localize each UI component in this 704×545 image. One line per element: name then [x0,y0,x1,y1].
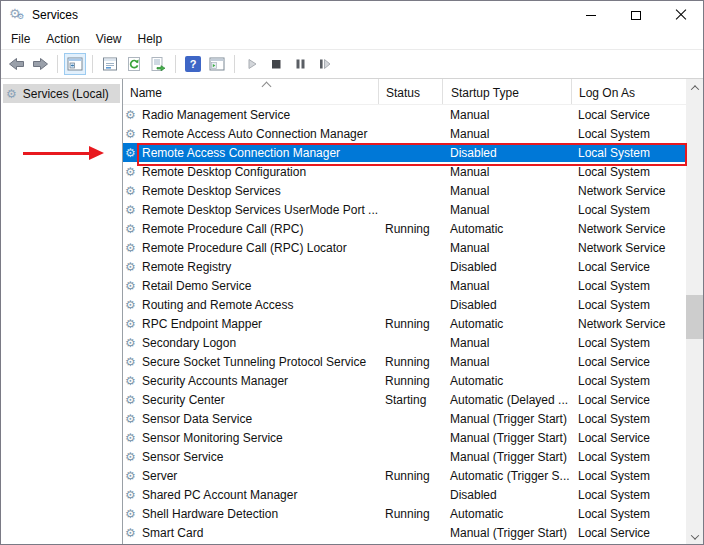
service-name: Secure Socket Tunneling Protocol Service [142,355,366,369]
menu-view[interactable]: View [88,30,130,48]
show-action-pane-button[interactable] [206,53,228,75]
service-gear-icon: ⚙ [125,166,138,178]
service-row[interactable]: ⚙ Remote Registry Disabled Local Service [123,257,686,276]
service-logon-as: Local System [571,203,686,217]
maximize-button[interactable] [613,1,658,29]
service-row[interactable]: ⚙ Server Running Automatic (Trigger S...… [123,466,686,485]
service-name: Remote Desktop Configuration [142,165,306,179]
column-header-startup-type[interactable]: Startup Type [442,79,571,104]
service-logon-as: Network Service [571,317,686,331]
service-logon-as: Local Service [571,355,686,369]
service-row[interactable]: ⚙ Security Accounts Manager Running Auto… [123,371,686,390]
service-row[interactable]: ⚙ Smart Card Manual (Trigger Start) Loca… [123,523,686,542]
refresh-icon [126,56,142,72]
service-status: Running [378,317,442,331]
service-row[interactable]: ⚙ Shared PC Account Manager Disabled Loc… [123,485,686,504]
title-bar: ⚙ ⚙ Services [1,1,703,29]
service-row[interactable]: ⚙ Sensor Data Service Manual (Trigger St… [123,409,686,428]
start-service-button[interactable] [241,53,263,75]
service-row[interactable]: ⚙ Remote Desktop Services Manual Network… [123,181,686,200]
service-row[interactable]: ⚙ Sensor Monitoring Service Manual (Trig… [123,428,686,447]
menu-help[interactable]: Help [130,30,171,48]
service-gear-icon: ⚙ [125,109,138,121]
service-name: Remote Procedure Call (RPC) Locator [142,241,347,255]
service-gear-icon: ⚙ [125,147,138,159]
service-startup-type: Manual [442,279,571,293]
service-startup-type: Manual [442,184,571,198]
stop-service-button[interactable] [265,53,287,75]
service-row[interactable]: ⚙ Remote Procedure Call (RPC) Locator Ma… [123,238,686,257]
service-startup-type: Disabled [442,298,571,312]
menu-file[interactable]: File [3,30,38,48]
service-status: Running [378,222,442,236]
refresh-button[interactable] [123,53,145,75]
service-row[interactable]: ⚙ Retail Demo Service Manual Local Syste… [123,276,686,295]
service-logon-as: Local System [571,336,686,350]
scrollbar-thumb[interactable] [686,295,703,339]
service-logon-as: Local System [571,146,686,160]
service-startup-type: Manual [442,165,571,179]
column-header-log-on-as[interactable]: Log On As [571,79,686,104]
service-row[interactable]: ⚙ Shell Hardware Detection Running Autom… [123,504,686,523]
service-row[interactable]: ⚙ Remote Desktop Configuration Manual Lo… [123,162,686,181]
service-logon-as: Local System [571,279,686,293]
properties-button[interactable] [99,53,121,75]
vertical-scrollbar[interactable] [686,79,703,545]
service-gear-icon: ⚙ [125,242,138,254]
sort-ascending-icon [262,82,272,92]
scroll-down-button[interactable] [686,528,703,545]
scroll-up-button[interactable] [686,79,703,96]
service-logon-as: Local Service [571,393,686,407]
service-row[interactable]: ⚙ Secondary Logon Manual Local System [123,333,686,352]
properties-icon [102,56,118,72]
show-console-tree-button[interactable] [64,53,86,75]
service-row[interactable]: ⚙ Radio Management Service Manual Local … [123,105,686,124]
service-gear-icon: ⚙ [125,356,138,368]
service-row[interactable]: ⚙ Sensor Service Manual (Trigger Start) … [123,447,686,466]
service-gear-icon: ⚙ [125,413,138,425]
show-console-tree-icon [67,56,83,72]
services-app-icon: ⚙ ⚙ [9,7,26,23]
service-logon-as: Local System [571,412,686,426]
service-row[interactable]: ⚙ Security Center Starting Automatic (De… [123,390,686,409]
export-list-button[interactable] [147,53,169,75]
service-status: Running [378,507,442,521]
service-startup-type: Manual (Trigger Start) [442,450,571,464]
forward-button[interactable] [29,53,51,75]
service-table-body: ⚙ Radio Management Service Manual Local … [123,105,703,542]
service-name: Shell Hardware Detection [142,507,278,521]
service-name: Sensor Monitoring Service [142,431,283,445]
service-gear-icon: ⚙ [125,451,138,463]
service-row[interactable]: ⚙ RPC Endpoint Mapper Running Automatic … [123,314,686,333]
service-name: Remote Registry [142,260,231,274]
pause-service-icon [292,56,308,72]
service-gear-icon: ⚙ [125,432,138,444]
service-row[interactable]: ⚙ Remote Procedure Call (RPC) Running Au… [123,219,686,238]
column-header-name[interactable]: Name [123,79,378,104]
service-row[interactable]: ⚙ Routing and Remote Access Disabled Loc… [123,295,686,314]
service-name: Sensor Data Service [142,412,252,426]
pause-service-button[interactable] [289,53,311,75]
service-gear-icon: ⚙ [125,375,138,387]
service-startup-type: Disabled [442,260,571,274]
column-header-status[interactable]: Status [378,79,442,104]
help-button[interactable]: ? [182,53,204,75]
restart-service-button[interactable] [313,53,335,75]
service-name: RPC Endpoint Mapper [142,317,262,331]
service-status: Running [378,355,442,369]
service-name: Routing and Remote Access [142,298,293,312]
service-startup-type: Automatic [442,317,571,331]
service-startup-type: Manual [442,241,571,255]
service-logon-as: Local Service [571,260,686,274]
service-row[interactable]: ⚙ Remote Desktop Services UserMode Port … [123,200,686,219]
service-row[interactable]: ⚙ Remote Access Auto Connection Manager … [123,124,686,143]
service-row[interactable]: ⚙ Secure Socket Tunneling Protocol Servi… [123,352,686,371]
service-row[interactable]: ⚙ Remote Access Connection Manager Disab… [123,143,686,162]
service-name: Server [142,469,177,483]
show-action-pane-icon [209,56,225,72]
tree-item-services-local[interactable]: ⚙ Services (Local) [3,84,120,103]
back-button[interactable] [5,53,27,75]
close-button[interactable] [658,1,703,29]
minimize-button[interactable] [568,1,613,29]
menu-action[interactable]: Action [38,30,87,48]
